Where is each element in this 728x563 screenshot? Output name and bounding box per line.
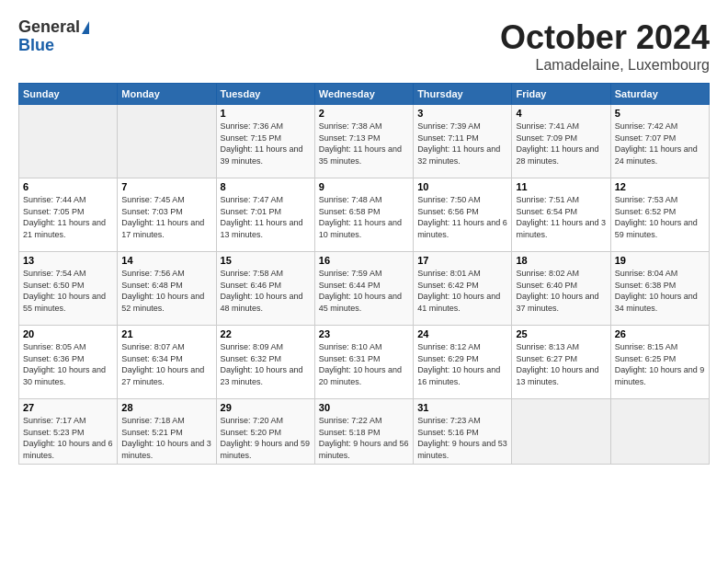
day-info: Sunrise: 7:53 AM Sunset: 6:52 PM Dayligh… [615,194,705,240]
day-info: Sunrise: 7:54 AM Sunset: 6:50 PM Dayligh… [23,268,113,314]
day-info: Sunrise: 7:42 AM Sunset: 7:07 PM Dayligh… [615,121,705,167]
day-number: 12 [615,181,705,192]
day-number: 14 [121,255,211,266]
day-number: 13 [23,255,113,266]
day-info: Sunrise: 7:48 AM Sunset: 6:58 PM Dayligh… [319,194,409,240]
day-number: 8 [221,181,311,192]
day-number: 23 [319,328,409,339]
day-info: Sunrise: 8:05 AM Sunset: 6:36 PM Dayligh… [23,341,113,387]
calendar-cell: 2Sunrise: 7:38 AM Sunset: 7:13 PM Daylig… [314,105,413,178]
day-number: 18 [516,255,606,266]
day-of-week-header: Wednesday [314,84,413,105]
calendar-cell: 11Sunrise: 7:51 AM Sunset: 6:54 PM Dayli… [512,178,610,252]
calendar-cell: 26Sunrise: 8:15 AM Sunset: 6:25 PM Dayli… [610,326,709,399]
calendar-cell [512,399,610,465]
day-info: Sunrise: 7:45 AM Sunset: 7:03 PM Dayligh… [121,194,211,240]
calendar-week-row: 6Sunrise: 7:44 AM Sunset: 7:05 PM Daylig… [19,178,710,252]
calendar-cell: 21Sunrise: 8:07 AM Sunset: 6:34 PM Dayli… [118,326,216,399]
calendar-cell: 20Sunrise: 8:05 AM Sunset: 6:36 PM Dayli… [19,326,118,399]
day-info: Sunrise: 7:39 AM Sunset: 7:11 PM Dayligh… [417,121,507,167]
day-info: Sunrise: 7:20 AM Sunset: 5:20 PM Dayligh… [221,415,311,461]
calendar-cell [19,105,118,178]
day-info: Sunrise: 8:15 AM Sunset: 6:25 PM Dayligh… [615,341,705,387]
day-number: 25 [516,328,606,339]
day-info: Sunrise: 8:09 AM Sunset: 6:32 PM Dayligh… [221,341,311,387]
day-of-week-header: Sunday [19,84,118,105]
calendar-cell: 27Sunrise: 7:17 AM Sunset: 5:23 PM Dayli… [19,399,118,465]
day-of-week-header: Tuesday [216,84,314,105]
day-of-week-header: Monday [118,84,216,105]
calendar-week-row: 27Sunrise: 7:17 AM Sunset: 5:23 PM Dayli… [19,399,710,465]
calendar-cell: 8Sunrise: 7:47 AM Sunset: 7:01 PM Daylig… [216,178,314,252]
calendar-cell: 6Sunrise: 7:44 AM Sunset: 7:05 PM Daylig… [19,178,118,252]
day-number: 22 [221,328,311,339]
day-info: Sunrise: 8:12 AM Sunset: 6:29 PM Dayligh… [417,341,507,387]
day-info: Sunrise: 7:58 AM Sunset: 6:46 PM Dayligh… [221,268,311,314]
calendar-cell: 5Sunrise: 7:42 AM Sunset: 7:07 PM Daylig… [610,105,709,178]
day-number: 19 [615,255,705,266]
calendar-cell: 28Sunrise: 7:18 AM Sunset: 5:21 PM Dayli… [118,399,216,465]
day-info: Sunrise: 7:50 AM Sunset: 6:56 PM Dayligh… [417,194,507,240]
calendar-cell: 9Sunrise: 7:48 AM Sunset: 6:58 PM Daylig… [314,178,413,252]
day-info: Sunrise: 8:10 AM Sunset: 6:31 PM Dayligh… [319,341,409,387]
day-number: 16 [319,255,409,266]
logo-blue-text: Blue [18,37,89,55]
day-number: 6 [23,181,113,192]
calendar-cell: 1Sunrise: 7:36 AM Sunset: 7:15 PM Daylig… [216,105,314,178]
calendar-cell: 16Sunrise: 7:59 AM Sunset: 6:44 PM Dayli… [314,252,413,326]
day-info: Sunrise: 7:23 AM Sunset: 5:16 PM Dayligh… [417,415,507,461]
calendar-cell: 3Sunrise: 7:39 AM Sunset: 7:11 PM Daylig… [414,105,512,178]
day-info: Sunrise: 7:22 AM Sunset: 5:18 PM Dayligh… [319,415,409,461]
day-number: 9 [319,181,409,192]
calendar-cell: 23Sunrise: 8:10 AM Sunset: 6:31 PM Dayli… [314,326,413,399]
day-number: 20 [23,328,113,339]
day-number: 5 [615,108,705,119]
day-number: 21 [121,328,211,339]
day-number: 17 [417,255,507,266]
day-number: 4 [516,108,606,119]
day-number: 28 [121,402,211,413]
day-number: 1 [221,108,311,119]
calendar-table: SundayMondayTuesdayWednesdayThursdayFrid… [18,83,710,465]
day-number: 24 [417,328,507,339]
calendar-cell: 13Sunrise: 7:54 AM Sunset: 6:50 PM Dayli… [19,252,118,326]
calendar-cell: 7Sunrise: 7:45 AM Sunset: 7:03 PM Daylig… [118,178,216,252]
day-number: 27 [23,402,113,413]
day-of-week-header: Saturday [610,84,709,105]
day-info: Sunrise: 8:04 AM Sunset: 6:38 PM Dayligh… [615,268,705,314]
day-info: Sunrise: 7:18 AM Sunset: 5:21 PM Dayligh… [121,415,211,461]
day-number: 26 [615,328,705,339]
day-number: 10 [417,181,507,192]
day-of-week-header: Thursday [414,84,512,105]
calendar-cell: 14Sunrise: 7:56 AM Sunset: 6:48 PM Dayli… [118,252,216,326]
day-info: Sunrise: 7:41 AM Sunset: 7:09 PM Dayligh… [516,121,606,167]
calendar-week-row: 13Sunrise: 7:54 AM Sunset: 6:50 PM Dayli… [19,252,710,326]
month-title: October 2024 [500,18,710,57]
day-number: 7 [121,181,211,192]
calendar-cell: 4Sunrise: 7:41 AM Sunset: 7:09 PM Daylig… [512,105,610,178]
calendar-cell: 24Sunrise: 8:12 AM Sunset: 6:29 PM Dayli… [414,326,512,399]
day-info: Sunrise: 7:51 AM Sunset: 6:54 PM Dayligh… [516,194,606,240]
calendar-cell: 22Sunrise: 8:09 AM Sunset: 6:32 PM Dayli… [216,326,314,399]
day-info: Sunrise: 8:01 AM Sunset: 6:42 PM Dayligh… [417,268,507,314]
calendar-cell: 17Sunrise: 8:01 AM Sunset: 6:42 PM Dayli… [414,252,512,326]
day-info: Sunrise: 7:56 AM Sunset: 6:48 PM Dayligh… [121,268,211,314]
day-info: Sunrise: 7:36 AM Sunset: 7:15 PM Dayligh… [221,121,311,167]
calendar-cell: 12Sunrise: 7:53 AM Sunset: 6:52 PM Dayli… [610,178,709,252]
day-number: 31 [417,402,507,413]
day-info: Sunrise: 7:44 AM Sunset: 7:05 PM Dayligh… [23,194,113,240]
logo-general-text: General [18,18,80,37]
calendar-cell: 30Sunrise: 7:22 AM Sunset: 5:18 PM Dayli… [314,399,413,465]
calendar-cell: 29Sunrise: 7:20 AM Sunset: 5:20 PM Dayli… [216,399,314,465]
day-number: 11 [516,181,606,192]
calendar-cell: 25Sunrise: 8:13 AM Sunset: 6:27 PM Dayli… [512,326,610,399]
day-number: 30 [319,402,409,413]
calendar-week-row: 20Sunrise: 8:05 AM Sunset: 6:36 PM Dayli… [19,326,710,399]
day-of-week-header: Friday [512,84,610,105]
logo: General Blue [18,18,89,55]
calendar-cell [118,105,216,178]
calendar-cell: 19Sunrise: 8:04 AM Sunset: 6:38 PM Dayli… [610,252,709,326]
day-info: Sunrise: 8:02 AM Sunset: 6:40 PM Dayligh… [516,268,606,314]
day-number: 2 [319,108,409,119]
day-info: Sunrise: 8:13 AM Sunset: 6:27 PM Dayligh… [516,341,606,387]
